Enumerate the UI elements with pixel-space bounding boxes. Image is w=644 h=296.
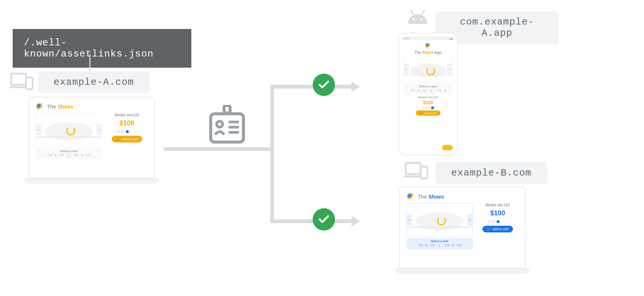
- checkmark-badge: [313, 208, 335, 231]
- connector-line: [270, 85, 353, 89]
- carousel-next-icon: ›: [467, 214, 472, 225]
- connector-line: [89, 54, 90, 72]
- laptop-site-a: The Shoes ‹ › Select a size 7.5 8 7.5 8: [25, 97, 159, 184]
- store-logo-icon: [407, 193, 415, 201]
- connector-line: [270, 85, 274, 222]
- connector-line: [270, 219, 353, 223]
- add-to-cart-button: 🛒 add to cart: [416, 110, 440, 116]
- svg-rect-1: [10, 86, 28, 88]
- product-image: ‹ ›: [404, 56, 453, 82]
- checkmark-badge: [313, 74, 335, 96]
- color-swatches: [422, 106, 434, 109]
- connector-line: [164, 147, 274, 151]
- product-model: Model abc123: [115, 113, 139, 117]
- svg-rect-14: [404, 176, 422, 177]
- cart-icon: 🛒: [116, 137, 120, 141]
- laptop-site-b: The Shoes ‹ › Select a size 7.5 8 7.5 8: [395, 187, 529, 274]
- cart-icon: 🛒: [420, 112, 423, 115]
- brand-accent: Shoes: [58, 104, 73, 110]
- phone-android-app: 12:30 ▾◢▮ The Shoes App ‹ › Select a siz…: [398, 33, 458, 155]
- phone-status-bar: 12:30 ▾◢▮: [402, 36, 454, 40]
- svg-rect-3: [224, 106, 230, 113]
- add-to-cart-button: 🛒 add to cart: [482, 226, 513, 232]
- carousel-prev-icon: ‹: [404, 64, 409, 75]
- assetlinks-path-badge: /.well-known/assetlinks.json: [13, 29, 191, 68]
- devices-icon: [10, 71, 34, 92]
- laptop-base: [25, 178, 159, 184]
- svg-point-11: [413, 18, 415, 20]
- arrowhead-icon: [351, 216, 360, 226]
- status-icons: ▾◢▮: [449, 37, 453, 40]
- phone-nav-bar: [402, 144, 454, 152]
- svg-line-9: [411, 10, 413, 14]
- store-logo-icon: [425, 42, 431, 49]
- svg-rect-0: [11, 74, 26, 85]
- toggle-icon: [442, 145, 453, 150]
- svg-rect-15: [421, 167, 427, 178]
- profile-icon: [436, 145, 441, 150]
- carousel-prev-icon: ‹: [407, 214, 412, 225]
- product-price: $100: [119, 119, 134, 127]
- add-to-cart-button: 🛒 add to cart: [112, 136, 142, 142]
- carousel-prev-icon: ‹: [36, 124, 41, 135]
- home-icon: [404, 145, 409, 150]
- svg-rect-2: [26, 77, 33, 89]
- color-swatches: . . .: [488, 219, 508, 223]
- product-image: ‹ ›: [36, 113, 102, 147]
- devices-icon: [404, 161, 428, 181]
- cart-icon: 🛒: [487, 227, 491, 231]
- size-label: Select a size: [38, 149, 100, 153]
- store-header: The Shoes: [407, 193, 518, 201]
- color-swatches: . . .: [117, 129, 137, 133]
- svg-line-10: [422, 10, 424, 14]
- laptop-base: [395, 268, 529, 274]
- product-price: $100: [423, 100, 433, 105]
- size-selector: Select a size 7.5 8 7.5 8 7.5 8: [404, 83, 453, 94]
- site-b-domain: example-B.com: [436, 162, 547, 184]
- site-a-domain: example-A.com: [38, 71, 150, 93]
- search-icon: [410, 145, 415, 150]
- product-model: Model abc123: [485, 203, 510, 207]
- digital-asset-link-icon: [208, 105, 246, 146]
- phone-time: 12:30: [404, 37, 409, 39]
- carousel-next-icon: ›: [96, 124, 102, 135]
- size-selector: Select a size 7.5 8 7.5 8 7.5 8 7.5: [36, 148, 102, 159]
- product-model: Model abc123: [418, 96, 438, 99]
- carousel-next-icon: ›: [447, 64, 452, 75]
- svg-rect-13: [406, 163, 421, 174]
- product-price: $100: [490, 209, 505, 217]
- product-image: ‹ ›: [407, 203, 473, 237]
- size-selector: Select a size 7.5 8 7.5 8 7.5 8 7.5: [407, 238, 473, 249]
- android-icon: [406, 9, 430, 25]
- store-header: The Shoes: [36, 103, 147, 111]
- store-logo-icon: [36, 103, 44, 111]
- brand-prefix: The: [47, 104, 56, 110]
- arrowhead-icon: [351, 81, 360, 92]
- svg-point-12: [420, 18, 423, 20]
